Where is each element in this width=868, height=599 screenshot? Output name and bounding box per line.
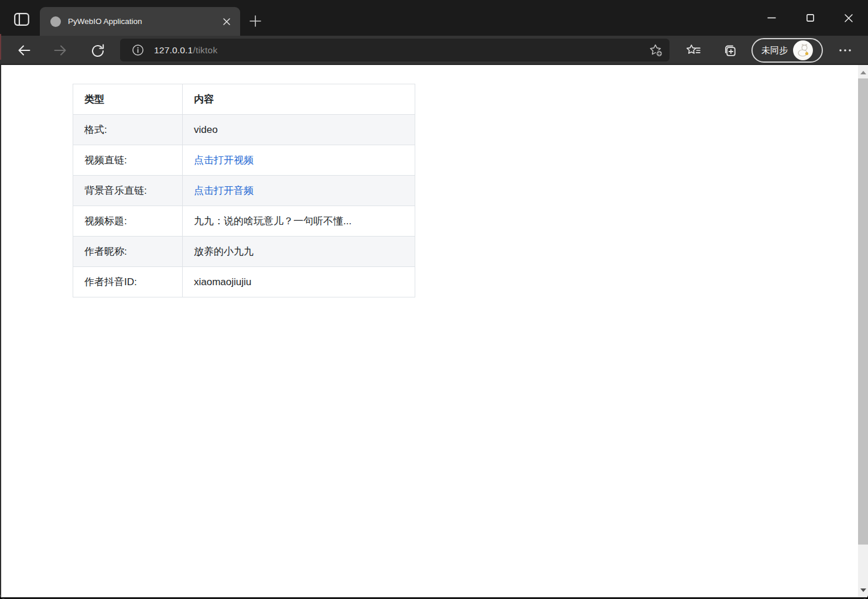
scrollbar-thumb[interactable]: [858, 78, 868, 545]
back-arrow-icon: [16, 42, 32, 59]
info-icon: [132, 44, 144, 56]
column-header-type: 类型: [73, 84, 183, 115]
background-window-sliver: [0, 34, 1, 60]
row-label: 作者抖音ID:: [73, 267, 183, 297]
collections-icon: [722, 43, 737, 58]
window-controls: [752, 0, 868, 36]
row-value: 点击打开视频: [183, 145, 415, 176]
row-label: 背景音乐直链:: [73, 176, 183, 206]
forward-arrow-icon: [52, 42, 69, 59]
back-button[interactable]: [13, 40, 35, 61]
maximize-button[interactable]: [791, 0, 829, 36]
row-value: video: [183, 115, 415, 145]
url-path: /tiktok: [193, 45, 217, 55]
result-table: 类型 内容 格式: video 视频直链: 点击打开视频 背景音乐直链: 点击打…: [73, 84, 415, 297]
browser-window: PyWebIO Application: [0, 0, 868, 599]
tab-favicon-icon: [50, 16, 61, 27]
row-label: 作者昵称:: [73, 237, 183, 267]
close-icon: [223, 18, 230, 25]
scroll-down-button[interactable]: [858, 585, 868, 595]
close-icon: [845, 14, 853, 22]
row-label: 格式:: [73, 115, 183, 145]
new-tab-button[interactable]: [247, 12, 264, 30]
reload-button[interactable]: [87, 40, 108, 61]
scroll-up-button[interactable]: [858, 67, 868, 77]
table-row: 视频直链: 点击打开视频: [73, 145, 415, 176]
sync-status-label: 未同步: [761, 45, 788, 56]
table-row: 作者抖音ID: xiaomaojiujiu: [73, 267, 415, 297]
address-bar[interactable]: 127.0.0.1/tiktok: [120, 39, 669, 61]
collections-button[interactable]: [719, 40, 740, 61]
triangle-down-icon: [860, 588, 866, 592]
table-row: 视频标题: 九九：说的啥玩意儿？一句听不懂...: [73, 206, 415, 237]
settings-more-button[interactable]: [835, 40, 856, 61]
minimize-icon: [767, 17, 776, 19]
forward-button[interactable]: [50, 40, 71, 61]
browser-toolbar: 127.0.0.1/tiktok: [0, 36, 868, 65]
close-window-button[interactable]: [829, 0, 868, 36]
row-value: 九九：说的啥玩意儿？一句听不懂...: [183, 206, 415, 237]
tab-actions-menu-button[interactable]: [11, 11, 33, 28]
profile-sync-button[interactable]: 未同步: [751, 38, 823, 63]
window-left-edge: [0, 65, 1, 599]
maximize-icon: [807, 14, 814, 22]
table-row: 格式: video: [73, 115, 415, 145]
site-info-button[interactable]: [129, 42, 146, 59]
add-favorite-button[interactable]: [646, 40, 666, 60]
star-plus-icon: [649, 43, 663, 57]
column-header-content: 内容: [183, 84, 415, 115]
reload-icon: [90, 42, 106, 59]
triangle-up-icon: [860, 71, 866, 74]
tab-actions-icon: [14, 13, 29, 26]
favorites-button[interactable]: [683, 40, 704, 61]
minimize-button[interactable]: [752, 0, 791, 36]
favorites-star-list-icon: [686, 43, 701, 57]
browser-tab[interactable]: PyWebIO Application: [40, 7, 240, 36]
open-audio-link[interactable]: 点击打开音频: [194, 185, 254, 196]
row-value: 放养的小九九: [183, 237, 415, 267]
table-row: 背景音乐直链: 点击打开音频: [73, 176, 415, 206]
browser-titlebar: PyWebIO Application: [0, 0, 868, 36]
table-row: 作者昵称: 放养的小九九: [73, 237, 415, 267]
plus-icon: [250, 15, 261, 27]
ellipsis-icon: [839, 49, 852, 52]
row-value: xiaomaojiujiu: [183, 267, 415, 297]
row-label: 视频标题:: [73, 206, 183, 237]
table-header-row: 类型 内容: [73, 84, 415, 115]
row-value: 点击打开音频: [183, 176, 415, 206]
open-video-link[interactable]: 点击打开视频: [194, 155, 254, 166]
url-host: 127.0.0.1: [154, 45, 193, 55]
vertical-scrollbar[interactable]: [858, 65, 868, 597]
page-content: 类型 内容 格式: video 视频直链: 点击打开视频 背景音乐直链: 点击打…: [0, 65, 858, 597]
url-text: 127.0.0.1/tiktok: [154, 45, 217, 56]
row-label: 视频直链:: [73, 145, 183, 176]
tab-title: PyWebIO Application: [68, 17, 219, 26]
profile-avatar: [793, 40, 813, 60]
tab-close-button[interactable]: [219, 14, 234, 29]
